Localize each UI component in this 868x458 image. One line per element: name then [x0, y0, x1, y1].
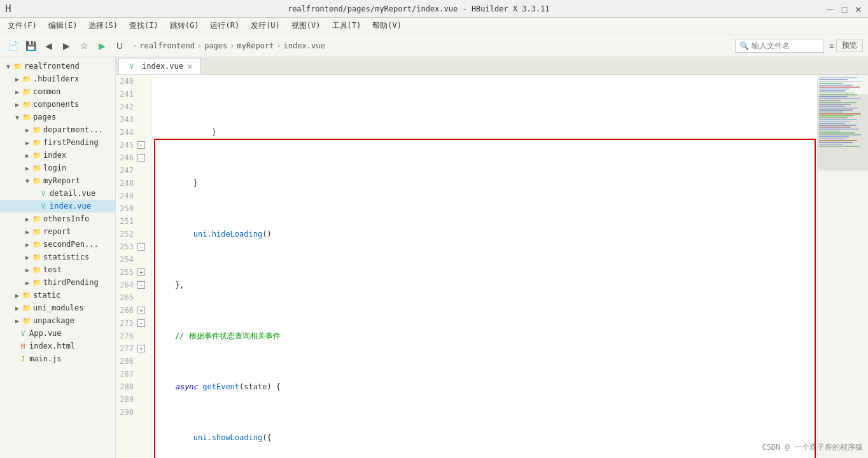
sidebar-item-thirdpending[interactable]: ▶ 📁 thirdPending: [0, 276, 115, 289]
gutter-row: 241: [116, 88, 151, 101]
line-number: 277: [116, 344, 136, 353]
sidebar-item-label: department...: [43, 125, 103, 134]
sidebar-item-pages[interactable]: ▼ 📁 pages: [0, 111, 115, 123]
search-input[interactable]: [752, 41, 822, 50]
toolbar: 📄 💾 ◀ ▶ ☆ ▶ U › realfrontend › pages › m…: [0, 34, 868, 57]
code-area[interactable]: } } uni.hideLoading(): [151, 75, 817, 458]
menu-select[interactable]: 选择(S): [83, 19, 123, 32]
sidebar-item-label: realfrontend: [24, 62, 80, 71]
window-title: realfrontend/pages/myReport/index.vue - …: [288, 4, 550, 13]
sidebar-item-label: unpackage: [33, 316, 74, 325]
fold-icon[interactable]: -: [136, 319, 146, 327]
sidebar-item-static[interactable]: ▶ 📁 static: [0, 289, 115, 302]
maximize-button[interactable]: □: [840, 4, 849, 13]
menu-edit[interactable]: 编辑(E): [43, 19, 83, 32]
run-button[interactable]: ▶: [94, 38, 109, 53]
minimize-button[interactable]: ─: [826, 4, 835, 13]
sidebar-item-detailvue[interactable]: V detail.vue: [0, 187, 115, 200]
sidebar-item-indexvue[interactable]: V index.vue: [0, 200, 115, 212]
file-search-box[interactable]: 🔍: [735, 39, 824, 53]
sidebar-item-department[interactable]: ▶ 📁 department...: [0, 123, 115, 136]
fold-icon[interactable]: +: [136, 345, 146, 352]
sidebar-item-mainjs[interactable]: J main.js: [0, 352, 115, 365]
folder-icon: 📁: [22, 303, 32, 313]
fold-icon[interactable]: -: [136, 243, 146, 251]
sidebar-item-login[interactable]: ▶ 📁 login: [0, 162, 115, 174]
sidebar-item-indexhtml[interactable]: H index.html: [0, 340, 115, 352]
sidebar-item-myreport[interactable]: ▼ 📁 myReport: [0, 174, 115, 187]
gutter-row: 289: [116, 393, 151, 406]
arrow-icon: ▶: [23, 127, 32, 134]
breadcrumb-indexvue[interactable]: index.vue: [284, 41, 325, 50]
tab-close-button[interactable]: ×: [187, 61, 192, 71]
debug-button[interactable]: U: [112, 38, 127, 53]
menu-tools[interactable]: 工具(T): [327, 19, 367, 32]
folder-icon: 📁: [32, 277, 42, 288]
line-number: 242: [116, 102, 136, 111]
toolbar-right: ≡ 预览: [829, 39, 863, 52]
code-line-244: // 根据事件状态查询相关事件: [157, 330, 817, 342]
menu-jump[interactable]: 跳转(G): [165, 19, 204, 32]
tab-indexvue[interactable]: V index.vue ×: [118, 58, 200, 74]
forward-button[interactable]: ▶: [59, 38, 74, 53]
bookmark-button[interactable]: ☆: [76, 38, 92, 53]
back-button[interactable]: ◀: [41, 38, 56, 53]
sidebar-item-test[interactable]: ▶ 📁 test: [0, 263, 115, 276]
gutter-row: 276: [116, 330, 151, 342]
window-controls[interactable]: ─ □ ✕: [826, 4, 863, 13]
sidebar-item-label: myReport: [43, 176, 80, 185]
arrow-icon: ▼: [23, 177, 32, 184]
fold-icon[interactable]: -: [136, 141, 146, 149]
folder-icon: 📁: [22, 316, 32, 326]
filter-button[interactable]: ≡: [829, 39, 834, 52]
folder-icon: 📁: [32, 150, 42, 160]
breadcrumb-realfrontend[interactable]: realfrontend: [139, 41, 195, 50]
sidebar-item-index[interactable]: ▶ 📁 index: [0, 149, 115, 162]
vue-tab-icon: V: [127, 61, 137, 71]
sidebar-item-realfrontend[interactable]: ▼ 📁 realfrontend: [0, 60, 115, 73]
sidebar-item-report[interactable]: ▶ 📁 report: [0, 225, 115, 238]
new-file-button[interactable]: 📄: [5, 38, 20, 53]
sidebar-item-statistics[interactable]: ▶ 📁 statistics: [0, 251, 115, 263]
breadcrumb-pages[interactable]: pages: [204, 41, 227, 50]
menu-view[interactable]: 视图(V): [286, 19, 326, 32]
fold-icon[interactable]: -: [136, 281, 146, 289]
sidebar-item-label: .hbuilderx: [33, 74, 79, 83]
menu-find[interactable]: 查找(I): [124, 19, 164, 32]
menu-publish[interactable]: 发行(U): [246, 19, 285, 32]
save-button[interactable]: 💾: [23, 38, 38, 53]
folder-icon: 📁: [32, 137, 42, 148]
folder-icon: 📁: [32, 226, 42, 237]
sidebar-item-appvue[interactable]: V App.vue: [0, 327, 115, 340]
gutter-row: 277 +: [116, 342, 151, 355]
sidebar-item-othersinfo[interactable]: ▶ 📁 othersInfo: [0, 212, 115, 225]
preview-button[interactable]: 预览: [836, 39, 863, 52]
line-number: 248: [116, 179, 136, 188]
sidebar-item-components[interactable]: ▶ 📁 components: [0, 98, 115, 111]
gutter-row: 254: [116, 253, 151, 266]
line-number: 264: [116, 281, 136, 289]
menu-help[interactable]: 帮助(V): [367, 19, 407, 32]
breadcrumb-myreport[interactable]: myReport: [237, 41, 274, 50]
sidebar-item-firstpending[interactable]: ▶ 📁 firstPending: [0, 136, 115, 149]
menu-run[interactable]: 运行(R): [205, 19, 244, 32]
sidebar-item-common[interactable]: ▶ 📁 common: [0, 85, 115, 98]
menu-file[interactable]: 文件(F): [3, 19, 42, 32]
sidebar-item-unpackage[interactable]: ▶ 📁 unpackage: [0, 314, 115, 327]
html-file-icon: H: [18, 341, 28, 351]
sidebar-item-hbuilderx[interactable]: ▶ 📁 .hbuilderx: [0, 73, 115, 85]
arrow-icon: ▶: [23, 165, 32, 172]
fold-icon[interactable]: +: [136, 307, 146, 314]
fold-icon[interactable]: -: [136, 154, 146, 162]
code-content: } } uni.hideLoading(): [151, 75, 817, 458]
gutter-row: 250: [116, 202, 151, 215]
main-layout: ▼ 📁 realfrontend ▶ 📁 .hbuilderx ▶ 📁 comm…: [0, 57, 868, 458]
close-button[interactable]: ✕: [854, 4, 863, 13]
folder-icon: 📁: [32, 176, 42, 186]
fold-icon[interactable]: +: [136, 268, 146, 276]
sidebar-item-secondpen[interactable]: ▶ 📁 secondPen...: [0, 238, 115, 251]
arrow-icon: ▼: [4, 63, 13, 70]
line-number: 246: [116, 153, 136, 162]
sidebar-item-unimodules[interactable]: ▶ 📁 uni_modules: [0, 302, 115, 314]
minimap-content: [818, 75, 868, 149]
